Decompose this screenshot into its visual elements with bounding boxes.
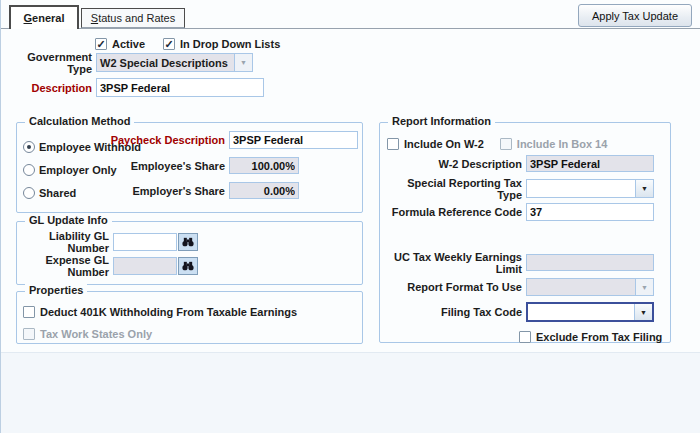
filing-tax-code-arrow-icon[interactable]: ▼ [634,304,652,320]
report-format-to-use-arrow-icon: ▼ [635,279,653,295]
uc-tax-weekly-earnings-limit-field [526,254,654,271]
include-in-box14-checkbox: Include In Box 14 [500,138,607,150]
radio-employer-only-circle[interactable] [23,164,35,176]
w2-description-label: W-2 Description [381,158,522,170]
government-type-dropdown-arrow-icon: ▼ [234,54,252,71]
employers-share-label: Employer's Share [106,185,225,197]
tab-status-and-rates[interactable]: Status and Rates [81,8,185,28]
include-in-box14-checkbox-label: Include In Box 14 [517,138,607,150]
gl-update-info-title: GL Update Info [25,214,112,226]
uc-tax-weekly-earnings-limit-label: UC Tax Weekly Earnings Limit [381,251,522,275]
in-drop-down-lists-checkbox-box[interactable]: ✓ [163,38,175,50]
binoculars-icon [181,237,195,247]
radio-employer-only-label: Employer Only [39,164,117,176]
active-checkbox[interactable]: ✓ Active [95,38,145,50]
special-reporting-tax-type-dropdown[interactable]: ▼ [526,179,654,198]
tax-work-states-only-checkbox: Tax Work States Only [23,328,152,340]
radio-shared-label: Shared [39,187,76,199]
apply-tax-update-label: Apply Tax Update [592,10,678,22]
active-checkbox-box[interactable]: ✓ [95,38,107,50]
description-label: Description [1,82,92,94]
liability-gl-number-input[interactable] [113,233,177,251]
employees-share-field [229,157,299,174]
include-in-box14-checkbox-box [500,138,512,150]
special-reporting-tax-type-label: Special Reporting Tax Type [381,177,522,201]
filing-tax-code-value [528,304,634,320]
description-input[interactable] [96,78,264,97]
radio-shared[interactable]: Shared [23,187,76,199]
tab-status-label: tatus and Rates [98,12,175,24]
expense-gl-lookup-button[interactable] [178,257,198,275]
in-drop-down-lists-checkbox-label: In Drop Down Lists [180,38,280,50]
radio-employee-withhold-circle[interactable] [23,141,35,153]
tab-general[interactable]: General [9,5,79,29]
expense-gl-number-label: Expense GL Number [6,254,109,278]
exclude-from-tax-filing-checkbox-label: Exclude From Tax Filing [536,331,662,343]
filing-tax-code-label: Filing Tax Code [381,306,522,318]
paycheck-description-label: Paycheck Description [106,134,225,146]
radio-shared-circle[interactable] [23,187,35,199]
special-reporting-tax-type-value [527,180,635,197]
in-drop-down-lists-checkbox[interactable]: ✓ In Drop Down Lists [163,38,280,50]
properties-title: Properties [25,284,87,296]
report-information-title: Report Information [388,115,495,127]
tab-general-accel: G [24,12,33,24]
formula-reference-code-input[interactable] [526,203,654,221]
tabstrip-divider [1,28,700,29]
deduct-401k-checkbox[interactable]: Deduct 401K Withholding From Taxable Ear… [23,306,297,318]
liability-gl-lookup-button[interactable] [178,233,198,251]
liability-gl-number-label: Liability GL Number [6,230,109,254]
report-format-to-use-value [527,279,635,295]
paycheck-description-input[interactable] [229,131,358,149]
tax-detail-window: General Status and Rates Apply Tax Updat… [0,0,700,433]
exclude-from-tax-filing-checkbox-box[interactable] [519,331,531,343]
radio-employer-only[interactable]: Employer Only [23,164,117,176]
calculation-method-title: Calculation Method [25,115,134,127]
expense-gl-number-field [113,257,177,275]
government-type-dropdown: W2 Special Descriptions ▼ [96,53,253,72]
deduct-401k-checkbox-label: Deduct 401K Withholding From Taxable Ear… [40,306,297,318]
formula-reference-code-label: Formula Reference Code [381,206,522,218]
w2-description-field [526,155,654,172]
include-on-w2-checkbox[interactable]: Include On W-2 [387,138,484,150]
tab-general-label: eneral [32,12,64,24]
window-lower-background [1,352,700,433]
government-type-value: W2 Special Descriptions [97,54,234,71]
filing-tax-code-dropdown[interactable]: ▼ [526,302,654,322]
report-format-to-use-dropdown: ▼ [526,278,654,296]
employers-share-field [229,182,299,199]
binoculars-icon [181,261,195,271]
government-type-label: Government Type [1,51,92,75]
tax-work-states-only-checkbox-box [23,328,35,340]
active-checkbox-label: Active [112,38,145,50]
deduct-401k-checkbox-box[interactable] [23,306,35,318]
apply-tax-update-button[interactable]: Apply Tax Update [578,4,692,27]
employees-share-label: Employee's Share [106,160,225,172]
include-on-w2-checkbox-box[interactable] [387,138,399,150]
tax-work-states-only-checkbox-label: Tax Work States Only [40,328,152,340]
special-reporting-tax-type-arrow-icon[interactable]: ▼ [635,180,653,197]
report-format-to-use-label: Report Format To Use [381,281,522,293]
include-on-w2-checkbox-label: Include On W-2 [404,138,484,150]
exclude-from-tax-filing-checkbox[interactable]: Exclude From Tax Filing [519,331,662,343]
